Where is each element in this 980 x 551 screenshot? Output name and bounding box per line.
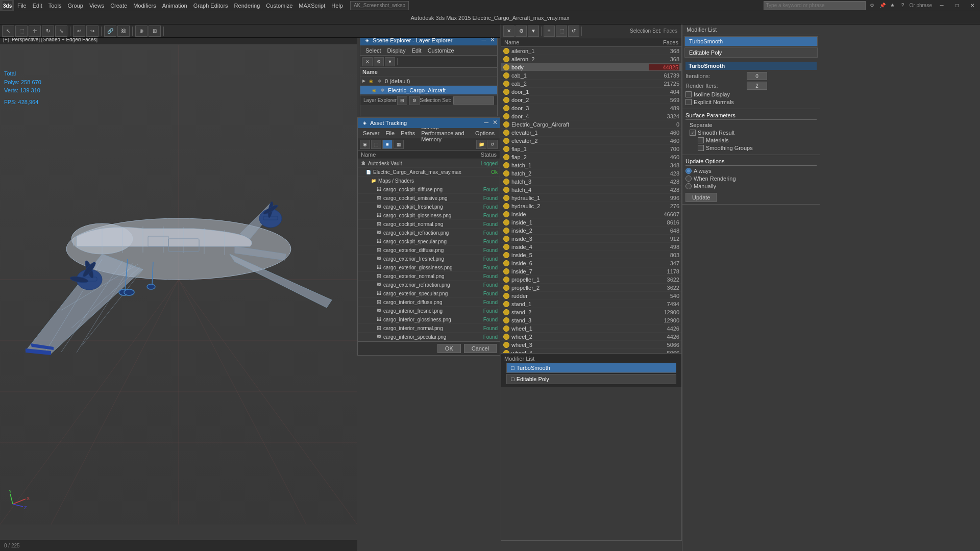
link-btn[interactable]: 🔗 bbox=[104, 26, 116, 37]
at-row-cargo-exterior-refraction-png[interactable]: 🖼cargo_exterior_refraction.pngFound bbox=[358, 281, 500, 289]
sfs-row-flap_2[interactable]: flap_2460 bbox=[501, 153, 681, 161]
sfs-row-inside_4[interactable]: inside_4498 bbox=[501, 243, 681, 251]
at-tb-3[interactable]: ■ bbox=[382, 140, 393, 149]
maximize-btn[interactable]: □ bbox=[949, 0, 965, 11]
se-menu-display[interactable]: Display bbox=[384, 47, 409, 54]
se-tb-settings[interactable]: ⚙ bbox=[374, 57, 384, 66]
viewport-3d[interactable]: [+] [Perspective] [Shaded + Edged Faces] bbox=[0, 35, 357, 524]
sfs-row-hatch_3[interactable]: hatch_3428 bbox=[501, 178, 681, 186]
always-radio[interactable] bbox=[685, 168, 692, 174]
minimize-btn[interactable]: ─ bbox=[934, 0, 949, 11]
at-row-cargo-cockpit-normal-png[interactable]: 🖼cargo_cockpit_normal.pngFound bbox=[358, 220, 500, 229]
ep-modifier-item[interactable]: Editable Poly bbox=[684, 47, 818, 58]
menu-help[interactable]: Help bbox=[328, 0, 346, 11]
smoothing-groups-checkbox[interactable] bbox=[698, 145, 704, 151]
select-region-btn[interactable]: ⬚ bbox=[15, 26, 28, 37]
at-row-cargo-cockpit-refraction-png[interactable]: 🖼cargo_cockpit_refraction.pngFound bbox=[358, 229, 500, 237]
zoom-extents-btn[interactable]: ⊕ bbox=[135, 26, 148, 37]
menu-maxscript[interactable]: MAXScript bbox=[296, 0, 328, 11]
search-star-btn[interactable]: ★ bbox=[888, 1, 897, 10]
sfs-row-hydraulic_2[interactable]: hydraulic_2276 bbox=[501, 202, 681, 210]
at-row-Electric-Cargo-Aircraft-max-vray-max[interactable]: 📄Electric_Cargo_Aircraft_max_vray.maxOk bbox=[358, 168, 500, 177]
main-search-input[interactable] bbox=[764, 1, 866, 10]
sfs-row-elevator_2[interactable]: elevator_2460 bbox=[501, 137, 681, 145]
sfs-row-inside[interactable]: inside46607 bbox=[501, 210, 681, 218]
sfs-row-hatch_1[interactable]: hatch_1348 bbox=[501, 161, 681, 169]
sfs-row-inside_3[interactable]: inside_3912 bbox=[501, 235, 681, 243]
sfs-row-inside_7[interactable]: inside_71178 bbox=[501, 267, 681, 276]
at-row-cargo-exterior-diffuse-png[interactable]: 🖼cargo_exterior_diffuse.pngFound bbox=[358, 246, 500, 255]
at-row-Maps---Shaders[interactable]: 📁Maps / Shaders bbox=[358, 177, 500, 185]
menu-file[interactable]: File bbox=[14, 0, 30, 11]
sfs-row-cab_2[interactable]: cab_221725 bbox=[501, 80, 681, 88]
menu-edit[interactable]: Edit bbox=[30, 0, 45, 11]
sfs-row-aileron_1[interactable]: aileron_1368 bbox=[501, 47, 681, 55]
at-row-cargo-interior-fresnel-png[interactable]: 🖼cargo_interior_fresnel.pngFound bbox=[358, 307, 500, 315]
zoom-region-btn[interactable]: ⊞ bbox=[149, 26, 161, 37]
sfs-row-door_4[interactable]: door_43324 bbox=[501, 112, 681, 120]
manually-radio[interactable] bbox=[685, 183, 692, 189]
at-cancel-btn[interactable]: Cancel bbox=[464, 344, 497, 353]
menu-create[interactable]: Create bbox=[107, 0, 130, 11]
sfs-row-wheel_1[interactable]: wheel_14426 bbox=[501, 324, 681, 333]
sfs-close-btn[interactable]: ✕ bbox=[503, 26, 514, 37]
at-row-cargo-exterior-fresnel-png[interactable]: 🖼cargo_exterior_fresnel.pngFound bbox=[358, 255, 500, 263]
menu-customize[interactable]: Customize bbox=[263, 0, 296, 11]
isoline-checkbox[interactable] bbox=[685, 91, 692, 97]
menu-tools[interactable]: Tools bbox=[45, 0, 65, 11]
sfs-object-btn[interactable]: ⬚ bbox=[556, 26, 567, 37]
undo-btn[interactable]: ↩ bbox=[73, 26, 85, 37]
sfs-row-stand_3[interactable]: stand_312900 bbox=[501, 316, 681, 324]
sfs-row-hydraulic_1[interactable]: hydraulic_1996 bbox=[501, 194, 681, 202]
select-obj-btn[interactable]: ↖ bbox=[2, 26, 14, 37]
at-tb-refresh[interactable]: ↺ bbox=[487, 140, 498, 149]
at-tb-2[interactable]: ⬚ bbox=[371, 140, 381, 149]
render-iters-value[interactable]: 2 bbox=[747, 82, 767, 90]
editable-poly-item[interactable]: □ Editable Poly bbox=[506, 374, 676, 384]
se-tb-filter[interactable]: ▼ bbox=[385, 57, 395, 66]
at-row-cargo-interior-glossiness-png[interactable]: 🖼cargo_interior_glossiness.pngFound bbox=[358, 315, 500, 324]
iterations-value[interactable]: 0 bbox=[747, 72, 767, 80]
redo-btn[interactable]: ↪ bbox=[86, 26, 99, 37]
sfs-layer-btn[interactable]: ≡ bbox=[544, 26, 555, 37]
at-ok-btn[interactable]: OK bbox=[437, 344, 461, 353]
se-menu-edit[interactable]: Edit bbox=[409, 47, 425, 54]
move-btn[interactable]: ✛ bbox=[29, 26, 41, 37]
sfs-row-flap_1[interactable]: flap_1700 bbox=[501, 145, 681, 153]
sfs-row-Electric_Cargo_Aircraft[interactable]: Electric_Cargo_Aircraft0 bbox=[501, 120, 681, 129]
search-pin-btn[interactable]: 📌 bbox=[878, 1, 887, 10]
layer-row-aircraft[interactable]: ◉ ❄ Electric_Cargo_Aircraft bbox=[360, 86, 497, 95]
menu-rendering[interactable]: Rendering bbox=[231, 0, 263, 11]
sfs-object-list[interactable]: aileron_1368aileron_2368body44825cab_161… bbox=[501, 47, 681, 353]
at-row-cargo-cockpit-specular-png[interactable]: 🖼cargo_cockpit_specular.pngFound bbox=[358, 237, 500, 246]
sfs-row-cab_1[interactable]: cab_161739 bbox=[501, 71, 681, 80]
ts-modifier-item[interactable]: TurboSmooth bbox=[684, 36, 818, 46]
se-view-btn[interactable]: ⊞ bbox=[397, 96, 407, 105]
at-close[interactable]: ✕ bbox=[493, 119, 498, 126]
workspace-label[interactable]: AK_Screenshot_wrksp bbox=[350, 1, 409, 10]
smooth-result-checkbox[interactable]: ✓ bbox=[690, 130, 696, 136]
sfs-filter-btn[interactable]: ▼ bbox=[528, 26, 539, 37]
at-row-cargo-interior-diffuse-png[interactable]: 🖼cargo_interior_diffuse.pngFound bbox=[358, 298, 500, 307]
menu-modifiers[interactable]: Modifiers bbox=[130, 0, 159, 11]
sfs-row-propeller_1[interactable]: propeller_13622 bbox=[501, 276, 681, 284]
sfs-row-wheel_4[interactable]: wheel_45066 bbox=[501, 349, 681, 353]
sfs-row-door_1[interactable]: door_1404 bbox=[501, 88, 681, 96]
sfs-row-body[interactable]: body44825 bbox=[501, 63, 681, 71]
sfs-row-door_3[interactable]: door_3489 bbox=[501, 104, 681, 112]
sfs-row-inside_6[interactable]: inside_6347 bbox=[501, 259, 681, 267]
at-minimize[interactable]: ─ bbox=[484, 119, 488, 126]
at-row-cargo-cockpit-diffuse-png[interactable]: 🖼cargo_cockpit_diffuse.pngFound bbox=[358, 185, 500, 194]
se-menu-customize[interactable]: Customize bbox=[425, 47, 457, 54]
sfs-row-hatch_4[interactable]: hatch_4428 bbox=[501, 186, 681, 194]
at-row-cargo-interior-normal-png[interactable]: 🖼cargo_interior_normal.pngFound bbox=[358, 324, 500, 333]
menu-group[interactable]: Group bbox=[64, 0, 86, 11]
at-list[interactable]: 🏛Autodesk VaultLogged📄Electric_Cargo_Air… bbox=[358, 159, 500, 341]
search-settings-btn[interactable]: ⚙ bbox=[868, 1, 877, 10]
at-tb-1[interactable]: ◉ bbox=[360, 140, 370, 149]
at-row-cargo-cockpit-emissive-png[interactable]: 🖼cargo_cockpit_emissive.pngFound bbox=[358, 194, 500, 203]
sfs-row-stand_2[interactable]: stand_212900 bbox=[501, 308, 681, 316]
at-row-cargo-exterior-glossiness-png[interactable]: 🖼cargo_exterior_glossiness.pngFound bbox=[358, 263, 500, 272]
at-row-cargo-cockpit-glossiness-png[interactable]: 🖼cargo_cockpit_glossiness.pngFound bbox=[358, 211, 500, 220]
at-row-cargo-exterior-specular-png[interactable]: 🖼cargo_exterior_specular.pngFound bbox=[358, 289, 500, 298]
